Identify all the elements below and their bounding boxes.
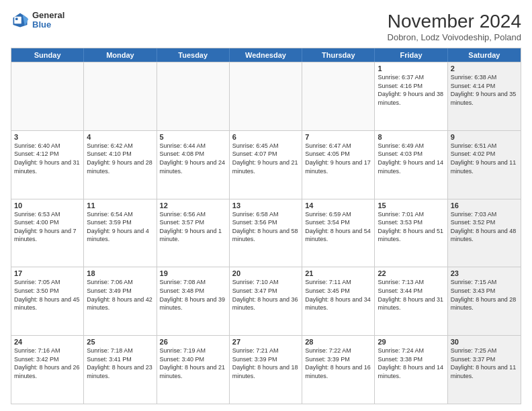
day-number: 9 [451,133,518,141]
day-number: 3 [14,133,81,141]
day-info: Sunrise: 7:03 AM Sunset: 3:52 PM Dayligh… [451,210,518,244]
day-info: Sunrise: 7:05 AM Sunset: 3:50 PM Dayligh… [14,278,81,312]
calendar-cell: 17Sunrise: 7:05 AM Sunset: 3:50 PM Dayli… [11,267,84,335]
day-info: Sunrise: 6:58 AM Sunset: 3:56 PM Dayligh… [232,210,299,244]
day-info: Sunrise: 6:56 AM Sunset: 3:57 PM Dayligh… [160,210,226,244]
svg-rect-2 [14,17,21,24]
day-info: Sunrise: 7:01 AM Sunset: 3:53 PM Dayligh… [378,210,444,244]
calendar-cell [230,62,302,130]
logo-icon [11,11,30,30]
page: General Blue November 2024 Dobron, Lodz … [0,0,532,411]
day-number: 1 [378,64,444,73]
day-number: 18 [87,269,153,277]
calendar-cell: 13Sunrise: 6:58 AM Sunset: 3:56 PM Dayli… [230,199,302,267]
calendar-cell: 21Sunrise: 7:11 AM Sunset: 3:45 PM Dayli… [302,267,375,335]
day-number: 21 [305,269,371,277]
day-info: Sunrise: 7:08 AM Sunset: 3:48 PM Dayligh… [160,278,226,312]
day-number: 28 [305,338,371,346]
day-info: Sunrise: 7:15 AM Sunset: 3:43 PM Dayligh… [451,278,518,312]
header: General Blue November 2024 Dobron, Lodz … [11,11,521,42]
day-number: 2 [451,64,518,73]
day-number: 6 [232,133,299,141]
calendar-cell: 26Sunrise: 7:19 AM Sunset: 3:40 PM Dayli… [157,336,230,404]
day-info: Sunrise: 6:49 AM Sunset: 4:03 PM Dayligh… [378,142,444,175]
calendar-cell: 30Sunrise: 7:25 AM Sunset: 3:37 PM Dayli… [448,336,521,404]
day-info: Sunrise: 7:06 AM Sunset: 3:49 PM Dayligh… [87,278,153,312]
day-info: Sunrise: 7:24 AM Sunset: 3:38 PM Dayligh… [378,347,444,380]
weekday-header: Sunday [11,48,84,62]
day-number: 26 [160,338,226,346]
day-number: 13 [232,201,299,210]
calendar-row: 17Sunrise: 7:05 AM Sunset: 3:50 PM Dayli… [11,267,521,335]
weekday-header: Monday [84,48,157,62]
calendar-cell: 11Sunrise: 6:54 AM Sunset: 3:59 PM Dayli… [84,199,157,267]
day-number: 4 [87,133,153,141]
day-info: Sunrise: 6:59 AM Sunset: 3:54 PM Dayligh… [305,210,371,244]
calendar-row: 24Sunrise: 7:16 AM Sunset: 3:42 PM Dayli… [11,335,521,404]
calendar-cell [84,62,157,130]
calendar-cell: 18Sunrise: 7:06 AM Sunset: 3:49 PM Dayli… [84,267,157,335]
calendar-cell: 23Sunrise: 7:15 AM Sunset: 3:43 PM Dayli… [448,267,521,335]
weekday-header: Saturday [448,48,521,62]
day-number: 16 [451,201,518,210]
calendar-cell: 24Sunrise: 7:16 AM Sunset: 3:42 PM Dayli… [11,336,84,404]
calendar-cell: 22Sunrise: 7:13 AM Sunset: 3:44 PM Dayli… [375,267,447,335]
calendar-cell: 6Sunrise: 6:45 AM Sunset: 4:07 PM Daylig… [230,131,302,199]
day-number: 24 [14,338,81,346]
calendar-header: SundayMondayTuesdayWednesdayThursdayFrid… [11,48,521,62]
calendar-row: 1Sunrise: 6:37 AM Sunset: 4:16 PM Daylig… [11,62,521,130]
day-number: 14 [305,201,371,210]
day-info: Sunrise: 7:10 AM Sunset: 3:47 PM Dayligh… [232,278,299,312]
calendar-cell: 2Sunrise: 6:38 AM Sunset: 4:14 PM Daylig… [448,62,521,130]
month-title: November 2024 [388,11,521,32]
calendar-cell: 4Sunrise: 6:42 AM Sunset: 4:10 PM Daylig… [84,131,157,199]
day-info: Sunrise: 7:21 AM Sunset: 3:39 PM Dayligh… [232,347,299,380]
day-number: 23 [451,269,518,277]
logo-general: General [32,11,64,20]
calendar-body: 1Sunrise: 6:37 AM Sunset: 4:16 PM Daylig… [11,62,521,404]
day-info: Sunrise: 7:22 AM Sunset: 3:39 PM Dayligh… [305,347,371,380]
calendar-cell: 10Sunrise: 6:53 AM Sunset: 4:00 PM Dayli… [11,199,84,267]
day-info: Sunrise: 6:38 AM Sunset: 4:14 PM Dayligh… [451,73,518,107]
day-number: 29 [378,338,444,346]
calendar-cell: 7Sunrise: 6:47 AM Sunset: 4:05 PM Daylig… [302,131,375,199]
day-info: Sunrise: 7:16 AM Sunset: 3:42 PM Dayligh… [14,347,81,380]
day-info: Sunrise: 6:54 AM Sunset: 3:59 PM Dayligh… [87,210,153,244]
calendar-row: 3Sunrise: 6:40 AM Sunset: 4:12 PM Daylig… [11,130,521,199]
calendar-cell: 29Sunrise: 7:24 AM Sunset: 3:38 PM Dayli… [375,336,447,404]
day-info: Sunrise: 7:25 AM Sunset: 3:37 PM Dayligh… [451,347,518,380]
calendar-cell [11,62,84,130]
day-info: Sunrise: 6:37 AM Sunset: 4:16 PM Dayligh… [378,73,444,107]
day-number: 30 [451,338,518,346]
day-number: 17 [14,269,81,277]
svg-rect-3 [15,18,18,21]
day-number: 7 [305,133,371,141]
day-info: Sunrise: 7:11 AM Sunset: 3:45 PM Dayligh… [305,278,371,312]
calendar-cell: 5Sunrise: 6:44 AM Sunset: 4:08 PM Daylig… [157,131,230,199]
calendar-cell: 25Sunrise: 7:18 AM Sunset: 3:41 PM Dayli… [84,336,157,404]
day-info: Sunrise: 6:42 AM Sunset: 4:10 PM Dayligh… [87,142,153,175]
weekday-header: Wednesday [230,48,302,62]
weekday-header: Tuesday [157,48,230,62]
subtitle: Dobron, Lodz Voivodeship, Poland [388,32,521,42]
calendar-cell: 14Sunrise: 6:59 AM Sunset: 3:54 PM Dayli… [302,199,375,267]
day-info: Sunrise: 7:19 AM Sunset: 3:40 PM Dayligh… [160,347,226,380]
calendar-row: 10Sunrise: 6:53 AM Sunset: 4:00 PM Dayli… [11,199,521,267]
weekday-header: Friday [375,48,447,62]
calendar-cell: 12Sunrise: 6:56 AM Sunset: 3:57 PM Dayli… [157,199,230,267]
day-number: 11 [87,201,153,210]
day-number: 10 [14,201,81,210]
day-number: 19 [160,269,226,277]
day-number: 12 [160,201,226,210]
calendar-cell: 20Sunrise: 7:10 AM Sunset: 3:47 PM Dayli… [230,267,302,335]
day-info: Sunrise: 6:44 AM Sunset: 4:08 PM Dayligh… [160,142,226,175]
calendar-cell: 19Sunrise: 7:08 AM Sunset: 3:48 PM Dayli… [157,267,230,335]
calendar-cell: 27Sunrise: 7:21 AM Sunset: 3:39 PM Dayli… [230,336,302,404]
day-number: 8 [378,133,444,141]
calendar-cell: 28Sunrise: 7:22 AM Sunset: 3:39 PM Dayli… [302,336,375,404]
day-number: 22 [378,269,444,277]
weekday-header: Thursday [302,48,375,62]
calendar-cell: 8Sunrise: 6:49 AM Sunset: 4:03 PM Daylig… [375,131,447,199]
day-info: Sunrise: 6:53 AM Sunset: 4:00 PM Dayligh… [14,210,81,244]
day-number: 25 [87,338,153,346]
